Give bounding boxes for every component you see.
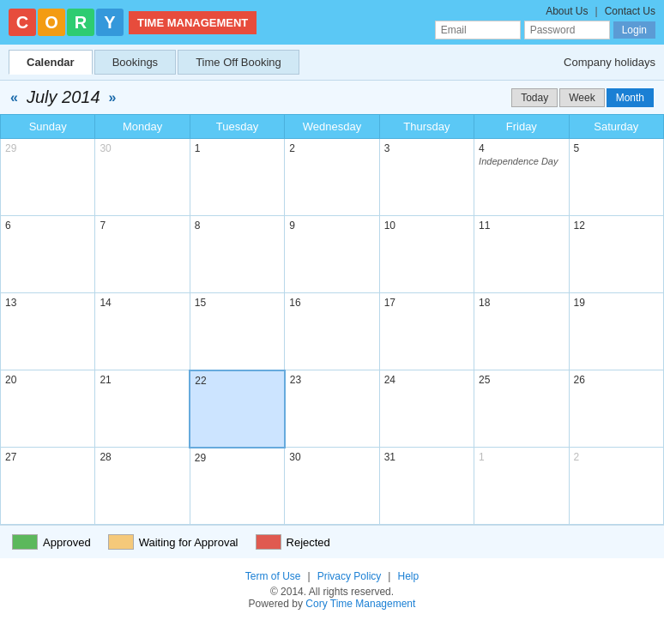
header-divider: | (595, 5, 598, 17)
powered-by-link[interactable]: Cory Time Management (305, 598, 415, 610)
calendar-cell[interactable]: 1 (474, 448, 569, 525)
powered-by: Powered by Cory Time Management (12, 598, 652, 610)
legend-approved-label: Approved (43, 536, 91, 549)
calendar-cell[interactable]: 7 (95, 216, 190, 293)
cell-number: 2 (574, 451, 580, 463)
prev-month-button[interactable]: « (10, 90, 18, 105)
calendar-cell[interactable]: 19 (569, 293, 663, 370)
cell-number: 26 (574, 374, 585, 386)
calendar-cell[interactable]: 20 (1, 370, 95, 448)
calendar-cell[interactable]: 24 (379, 370, 474, 448)
calendar-cell[interactable]: 28 (95, 448, 190, 525)
calendar-cell[interactable]: 5 (569, 139, 663, 216)
calendar-cell[interactable]: 22 (190, 370, 284, 448)
calendar-cell[interactable]: 3 (379, 139, 474, 216)
calendar-cell[interactable]: 14 (95, 293, 190, 370)
password-input[interactable] (524, 21, 610, 39)
calendar-cell[interactable]: 21 (95, 370, 190, 448)
cell-number: 29 (195, 452, 206, 464)
cell-number: 7 (100, 220, 106, 232)
calendar-title: July 2014 (27, 87, 100, 107)
calendar-cell[interactable]: 15 (190, 293, 284, 370)
calendar-cell[interactable]: 2 (285, 139, 379, 216)
month-button[interactable]: Month (607, 88, 654, 107)
cell-number: 27 (5, 451, 16, 463)
nav-bar: Calendar Bookings Time Off Booking Compa… (0, 45, 664, 81)
calendar-cell[interactable]: 27 (1, 448, 95, 525)
col-wednesday: Wednesday (285, 115, 379, 139)
col-friday: Friday (474, 115, 569, 139)
calendar-week-2: 13141516171819 (1, 293, 664, 370)
legend-rejected-label: Rejected (287, 536, 330, 549)
calendar-cell[interactable]: 13 (1, 293, 95, 370)
legend-waiting-box (108, 534, 134, 550)
cell-number: 13 (5, 297, 16, 309)
calendar-cell[interactable]: 29 (1, 139, 95, 216)
calendar-cell[interactable]: 17 (379, 293, 474, 370)
legend: Approved Waiting for Approval Rejected (0, 525, 664, 558)
logo-text: TIME MANAGEMENT (129, 11, 257, 34)
calendar-cell[interactable]: 9 (285, 216, 379, 293)
logo-letter-r: R (67, 9, 94, 36)
tab-time-off-booking[interactable]: Time Off Booking (178, 50, 299, 75)
nav-tabs: Calendar Bookings Time Off Booking (9, 45, 299, 80)
tab-calendar[interactable]: Calendar (9, 50, 93, 75)
calendar-cell[interactable]: 16 (285, 293, 379, 370)
calendar-cell[interactable]: 11 (474, 216, 569, 293)
calendar-table: Sunday Monday Tuesday Wednesday Thursday… (0, 114, 664, 525)
privacy-link[interactable]: Privacy Policy (317, 570, 382, 582)
calendar-cell[interactable]: 31 (379, 448, 474, 525)
cell-number: 1 (195, 142, 201, 154)
calendar-cell[interactable]: 1 (190, 139, 284, 216)
calendar-cell[interactable]: 6 (1, 216, 95, 293)
calendar-cell[interactable]: 4Independence Day (474, 139, 569, 216)
cell-number: 12 (574, 220, 585, 232)
cell-number: 22 (195, 375, 206, 387)
cell-number: 20 (5, 374, 16, 386)
help-link[interactable]: Help (397, 570, 419, 582)
cell-number: 24 (384, 374, 395, 386)
cell-number: 9 (289, 220, 295, 232)
legend-waiting: Waiting for Approval (108, 534, 238, 550)
cell-number: 29 (5, 142, 16, 154)
calendar-cell[interactable]: 12 (569, 216, 663, 293)
cell-number: 23 (290, 374, 301, 386)
calendar-cell[interactable]: 8 (190, 216, 284, 293)
cell-number: 14 (100, 297, 111, 309)
calendar-cell[interactable]: 23 (285, 370, 379, 448)
calendar-cell[interactable]: 2 (569, 448, 663, 525)
cell-number: 30 (100, 142, 111, 154)
calendar-cell[interactable]: 30 (95, 139, 190, 216)
company-holidays-link[interactable]: Company holidays (564, 56, 655, 69)
about-us-link[interactable]: About Us (546, 5, 588, 17)
email-input[interactable] (435, 21, 521, 39)
col-monday: Monday (95, 115, 190, 139)
today-button[interactable]: Today (511, 88, 558, 107)
cell-number: 10 (384, 220, 395, 232)
header-form: Login (435, 21, 655, 39)
cell-number: 18 (479, 297, 490, 309)
login-button[interactable]: Login (613, 21, 655, 39)
footer-divider2: | (388, 570, 390, 582)
calendar-cell[interactable]: 26 (569, 370, 663, 448)
legend-rejected-box (256, 534, 281, 550)
cell-number: 5 (574, 142, 580, 154)
terms-link[interactable]: Term of Use (245, 570, 301, 582)
cell-number: 1 (479, 451, 485, 463)
calendar-cell[interactable]: 25 (474, 370, 569, 448)
calendar-cell[interactable]: 30 (285, 448, 379, 525)
cell-number: 15 (195, 297, 206, 309)
header-links: About Us | Contact Us (546, 5, 655, 17)
calendar-cell[interactable]: 10 (379, 216, 474, 293)
legend-approved-box (12, 534, 38, 550)
contact-us-link[interactable]: Contact Us (605, 5, 655, 17)
calendar-cell[interactable]: 18 (474, 293, 569, 370)
calendar-nav: « July 2014 » (10, 87, 116, 107)
calendar-cell[interactable]: 29 (190, 448, 284, 525)
calendar-week-3: 20212223242526 (1, 370, 664, 448)
cell-number: 31 (384, 451, 395, 463)
next-month-button[interactable]: » (109, 90, 117, 105)
week-button[interactable]: Week (559, 88, 604, 107)
tab-bookings[interactable]: Bookings (94, 50, 176, 75)
cell-number: 3 (384, 142, 390, 154)
